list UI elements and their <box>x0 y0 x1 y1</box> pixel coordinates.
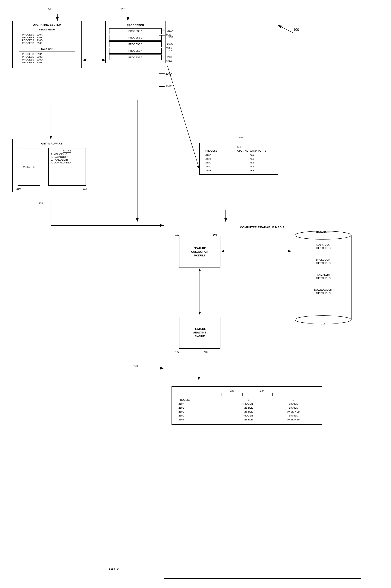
pt2-col1-num: 1 <box>228 398 268 402</box>
np-row-3: 210C YES <box>202 161 276 165</box>
pt2-proc-5: 210E <box>175 418 228 422</box>
pt2-v2-1: SIGNED <box>268 402 319 406</box>
process-5-box: PROCESS 5 <box>109 55 162 60</box>
fae-table-arrow <box>197 348 201 382</box>
svg-text:DOWNLOADER: DOWNLOADER <box>314 288 332 291</box>
weights-label: WEIGHTS <box>23 166 35 168</box>
ref-220: 220 <box>203 351 208 354</box>
sm-item-3: PROCESS 210D <box>22 39 72 42</box>
feature-collection-label: FEATURECOLLECTIONMODULE <box>191 247 208 258</box>
crm-title: COMPUTER READABLE MEDIA <box>167 225 358 230</box>
pt2-v2-5: UNSIGNED <box>268 418 319 422</box>
ref-214: 214 <box>83 187 87 190</box>
rules-label: RULES <box>51 150 83 153</box>
np-col1-header: PROCESS <box>202 149 228 153</box>
feature-analysis-label: FEATUREANALYSISENGINE <box>193 327 206 338</box>
np-row-2: 210B YES <box>202 157 276 161</box>
np-row-1: 210A YES <box>202 153 276 157</box>
feature-collection-box: FEATURECOLLECTIONMODULE <box>179 236 220 268</box>
pt2-v1-4: HIDDEN <box>228 414 268 418</box>
rule-3: 3. FAKE ALERT <box>51 158 83 161</box>
ref-208: 208 <box>133 364 138 367</box>
pt2-col-process: PROCESS <box>175 398 228 402</box>
svg-text:THRESHOLD: THRESHOLD <box>316 292 331 295</box>
pt2-proc-3: 210C <box>175 410 228 414</box>
np-col2-header: OPEN NETWORK PORTS <box>228 149 276 153</box>
ref-226b: 226 <box>221 390 243 392</box>
anti-malware-box: ANTI-MALWARE WEIGHTS RULES 1. MALICIOUS … <box>12 139 91 192</box>
svg-text:DATABASE: DATABASE <box>316 231 330 234</box>
weights-box: WEIGHTS <box>18 148 40 186</box>
rule-4: 4. DOWNLOADER <box>51 161 83 164</box>
ref-106: 106 <box>213 233 217 236</box>
svg-text:BACKDOOR: BACKDOOR <box>316 258 330 261</box>
col1-ref-container: 226 <box>221 390 243 396</box>
pt2-v2-2: SIGNED <box>268 406 319 410</box>
tb-item-1: PROCESS 210A <box>22 53 72 56</box>
ref-212: 212 <box>239 135 243 138</box>
col2-ref-container: 224 <box>251 390 274 396</box>
tb-item-2: PROCESS 210C <box>22 56 72 58</box>
pt2-row-1: 210A HIDDEN SIGNED <box>175 402 319 406</box>
start-menu-label: START MENU <box>14 28 80 31</box>
anti-malware-title: ANTI-MALWARE <box>14 141 89 146</box>
fcm-fae-arrow <box>197 267 202 316</box>
ref-104: 104 <box>175 351 180 354</box>
pt2-row-5: 210E VISIBLE UNSIGNED <box>175 418 319 422</box>
pt2-v2-4: SIGNED <box>268 414 319 418</box>
ref-102: 102 <box>175 233 180 236</box>
pt2-row-3: 210C VISIBLE UNSIGNED <box>175 410 319 414</box>
np-status-4: NO <box>228 165 276 169</box>
sm-item-2: PROCESS 210B <box>22 36 72 39</box>
pt2-v2-3: UNSIGNED <box>268 410 319 414</box>
process-table2-box: 226 224 PROCESS 1 <box>172 386 322 425</box>
task-bar-label: TASK BAR <box>14 48 80 50</box>
np-proc-5: 210E <box>202 169 228 172</box>
process-1-box: PROCESS 1 <box>109 28 162 34</box>
os-title: OPERATING SYSTEM <box>14 23 80 27</box>
task-bar-box: PROCESS 210A PROCESS 210C PROCESS 210D P… <box>19 51 75 65</box>
pt2-proc-1: 210A <box>175 402 228 406</box>
tb-item-3: PROCESS 210D <box>22 58 72 61</box>
process-4-box: PROCESS 4 <box>109 48 162 54</box>
processor-box: PROCESSOR PROCESS 1 210A PROCESS 2 210B … <box>105 21 166 63</box>
np-proc-1: 210A <box>202 153 228 157</box>
pt2-v1-2: VISIBLE <box>228 406 268 410</box>
diagram-container: 204 202 100 OPERATING SYSTEM START MENU … <box>0 0 391 588</box>
svg-text:210D: 210D <box>166 72 172 75</box>
process-table2: PROCESS 1 2 210A HIDDEN SIGNED 210B VISI… <box>175 398 319 422</box>
fig-label: FIG. 2 <box>109 567 118 571</box>
svg-text:THRESHOLD: THRESHOLD <box>316 277 331 279</box>
pt2-proc-4: 210D <box>175 414 228 418</box>
svg-text:210B: 210B <box>166 47 172 50</box>
np-status-3: YES <box>228 161 276 165</box>
pt2-v1-3: VISIBLE <box>228 410 268 414</box>
ref-226a: 226 <box>202 145 276 148</box>
database-svg: DATABASE MALICIOUS THRESHOLD BACKDOOR TH… <box>293 230 353 324</box>
ref-100: 100 <box>293 28 299 32</box>
network-ports-table: PROCESS OPEN NETWORK PORTS 210A YES 210B… <box>202 149 276 172</box>
pt2-row-4: 210D HIDDEN SIGNED <box>175 414 319 418</box>
col1-brace <box>221 392 243 396</box>
svg-text:MALICIOUS: MALICIOUS <box>316 243 330 246</box>
process-2-box: PROCESS 2 <box>109 35 162 41</box>
ref-206: 206 <box>39 202 43 205</box>
process-3-box: PROCESS 3 <box>109 41 162 47</box>
ref-204: 204 <box>48 8 52 11</box>
ref-224: 224 <box>251 390 274 392</box>
processor-title: PROCESSOR <box>107 23 163 27</box>
svg-line-16 <box>278 25 293 33</box>
sm-item-4: PROCESS 210E <box>22 42 72 45</box>
process-id-lines: 210A 210B 210C 210D 210E <box>159 30 178 98</box>
database-container: DATABASE MALICIOUS THRESHOLD BACKDOOR TH… <box>293 230 353 325</box>
svg-text:FAKE ALERT: FAKE ALERT <box>316 273 330 276</box>
np-proc-3: 210C <box>202 161 228 165</box>
fcm-db-arrow <box>220 249 292 253</box>
crm-box: COMPUTER READABLE MEDIA FEATURECOLLECTIO… <box>164 222 361 579</box>
np-status-5: YES <box>228 169 276 172</box>
pt2-col2-num: 2 <box>268 398 319 402</box>
network-ports-box: 226 PROCESS OPEN NETWORK PORTS 210A YES … <box>199 143 278 175</box>
np-proc-2: 210B <box>202 157 228 161</box>
svg-text:210C: 210C <box>166 59 172 62</box>
start-menu-box: PROCESS 210A PROCESS 210B PROCESS 210D P… <box>19 32 75 46</box>
